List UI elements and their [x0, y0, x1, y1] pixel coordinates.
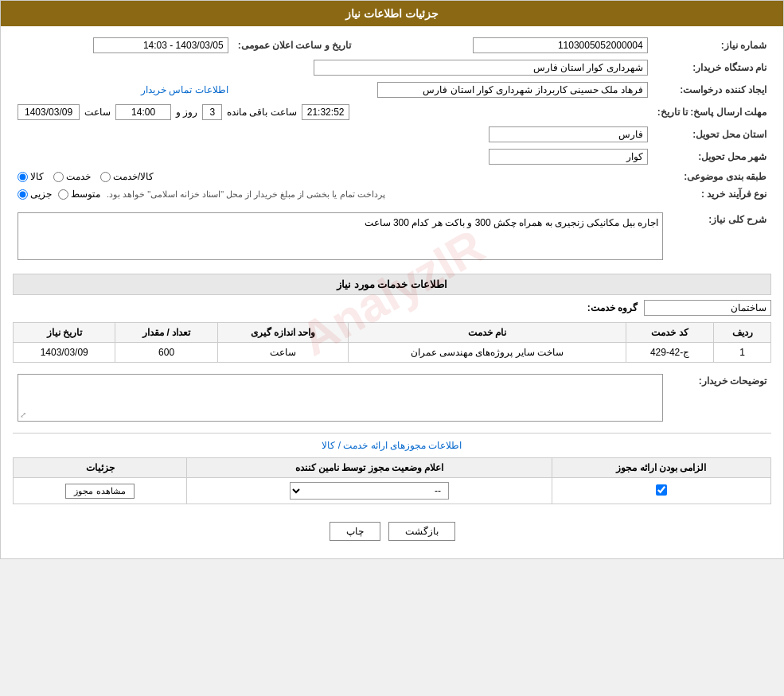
perm-status-select[interactable]: --: [290, 482, 449, 500]
service-group-label: گروه خدمت:: [582, 302, 638, 313]
permissions-title[interactable]: اطلاعات مجوزهای ارائه خدمت / کالا: [13, 440, 771, 451]
process-label: نوع فرآیند خرید :: [653, 185, 771, 203]
info-table: شماره نیاز: تاریخ و ساعت اعلان عمومی: نا…: [13, 34, 771, 203]
permissions-section: اطلاعات مجوزهای ارائه خدمت / کالا الزامی…: [13, 433, 771, 504]
col-row: ردیف: [714, 323, 771, 343]
service-code: ج-42-429: [626, 343, 714, 363]
buyer-notes-box: ⤢: [18, 374, 663, 422]
page-title: جزئیات اطلاعات نیاز: [345, 7, 439, 20]
view-permit-button[interactable]: مشاهده مجوز: [65, 484, 134, 499]
col-quantity: تعداد / مقدار: [115, 323, 217, 343]
time-value: 14:00: [115, 104, 171, 120]
date-value: 1403/03/09: [18, 104, 80, 120]
process-jozii[interactable]: جزیی: [18, 189, 52, 200]
col-date: تاریخ نیاز: [14, 323, 115, 343]
buyer-org-input[interactable]: [314, 60, 648, 76]
permissions-table: الزامی بودن ارائه مجوز اعلام وضعیت مجوز …: [13, 457, 771, 504]
service-group-input[interactable]: [644, 300, 771, 316]
category-kala[interactable]: کالا: [18, 171, 44, 182]
perm-col-required: الزامی بودن ارائه مجوز: [552, 458, 771, 478]
col-unit: واحد اندازه گیری: [217, 323, 348, 343]
category-kala-label: کالا: [30, 171, 44, 182]
services-table: ردیف کد خدمت نام خدمت واحد اندازه گیری ت…: [13, 322, 771, 363]
remaining-time: 21:32:52: [302, 104, 350, 120]
perm-status-cell: --: [187, 478, 552, 504]
col-code: کد خدمت: [626, 323, 714, 343]
time-label: ساعت: [84, 107, 111, 118]
row-number: 1: [714, 343, 771, 363]
need-description-input[interactable]: اجاره بیل مکانیکی زنجیری به همراه چکش 30…: [18, 212, 663, 260]
service-group-row: گروه خدمت:: [13, 300, 771, 316]
resize-handle: ⤢: [20, 410, 26, 419]
page-header: جزئیات اطلاعات نیاز: [1, 1, 783, 26]
contact-link[interactable]: اطلاعات تماس خریدار: [141, 84, 228, 95]
process-jozii-label: جزیی: [30, 189, 52, 200]
process-motavaset[interactable]: متوسط: [58, 189, 100, 200]
category-khidmat-label: خدمت: [66, 171, 91, 182]
table-row: 1 ج-42-429 ساخت سایر پروژه‌های مهندسی عم…: [14, 343, 771, 363]
buyer-notes-label: توضیحات خریدار:: [668, 371, 771, 425]
announce-label: تاریخ و ساعت اعلان عمومی:: [233, 34, 356, 56]
category-label: طبقه بندی موضوعی:: [653, 168, 771, 185]
perm-col-status: اعلام وضعیت مجوز توسط نامین کننده: [187, 458, 552, 478]
perm-details-cell: مشاهده مجوز: [14, 478, 187, 504]
day-label: روز و: [176, 107, 197, 118]
print-button[interactable]: چاپ: [330, 522, 380, 541]
category-kala-khidmat[interactable]: کالا/خدمت: [100, 171, 154, 182]
perm-required-checkbox[interactable]: [656, 484, 667, 496]
city-label: شهر محل تحویل:: [653, 146, 771, 168]
need-description-label: شرح کلی نیاز:: [668, 209, 771, 266]
col-name: نام خدمت: [349, 323, 626, 343]
need-number-input[interactable]: [473, 37, 648, 53]
process-motavaset-label: متوسط: [71, 189, 100, 200]
province-input[interactable]: [489, 126, 648, 142]
buyer-notes-table: توضیحات خریدار: ⤢: [13, 371, 771, 425]
service-date: 1403/03/09: [14, 343, 115, 363]
back-button[interactable]: بازگشت: [388, 522, 455, 541]
day-value: 3: [202, 104, 222, 120]
province-label: استان محل تحویل:: [653, 123, 771, 146]
send-deadline-label: مهلت ارسال پاسخ: تا تاریخ:: [653, 101, 771, 123]
creator-input[interactable]: [377, 82, 648, 98]
perm-row: -- مشاهده مجوز: [14, 478, 771, 504]
creator-label: ایجاد کننده درخواست:: [653, 79, 771, 101]
process-description: پرداخت تمام یا بخشی از مبلغ خریدار از مح…: [107, 189, 385, 200]
category-khidmat[interactable]: خدمت: [53, 171, 91, 182]
service-quantity: 600: [115, 343, 217, 363]
announce-input[interactable]: [93, 37, 228, 53]
need-description-table: شرح کلی نیاز: اجاره بیل مکانیکی زنجیری ب…: [13, 209, 771, 266]
buyer-org-label: نام دستگاه خریدار:: [653, 56, 771, 79]
remaining-label: ساعت باقی مانده: [227, 107, 297, 118]
service-name: ساخت سایر پروژه‌های مهندسی عمران: [349, 343, 626, 363]
perm-col-details: جزئیات: [14, 458, 187, 478]
perm-required-cell: [552, 478, 771, 504]
buttons-row: بازگشت چاپ: [13, 512, 771, 550]
need-number-label: شماره نیاز:: [653, 34, 771, 56]
services-section-header: اطلاعات خدمات مورد نیاز: [13, 274, 771, 295]
city-input[interactable]: [489, 149, 648, 165]
category-kala-khidmat-label: کالا/خدمت: [113, 171, 154, 182]
service-unit: ساعت: [217, 343, 348, 363]
